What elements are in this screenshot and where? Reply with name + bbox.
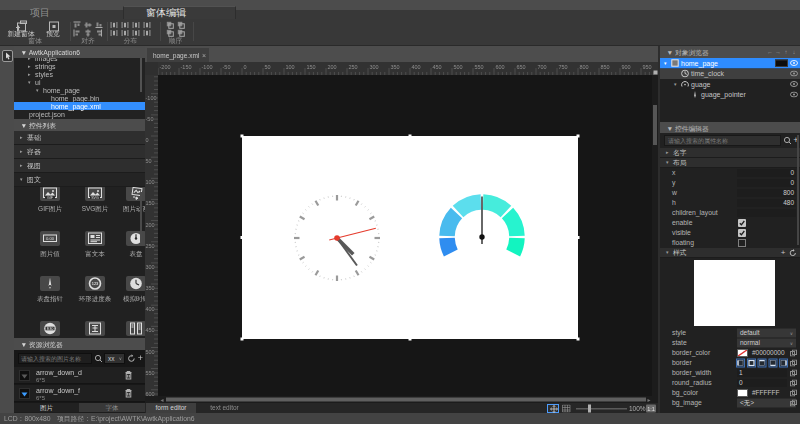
resource-refresh-button[interactable] bbox=[127, 354, 136, 363]
resource-item-arrow_down_f[interactable]: arrow_down_f6*5 bbox=[14, 385, 145, 402]
toolbar-icon-order-front[interactable] bbox=[166, 21, 174, 29]
object-tree-item-time_clock[interactable]: time_clock bbox=[660, 69, 800, 80]
color-swatch[interactable] bbox=[737, 349, 748, 357]
widget-item-image-animation[interactable] bbox=[126, 187, 145, 201]
prop-field[interactable]: 1 bbox=[737, 369, 787, 377]
toolbar-icon-align-bottom[interactable] bbox=[95, 21, 103, 29]
prop-checkbox[interactable] bbox=[738, 229, 746, 237]
selection-handle[interactable] bbox=[577, 236, 580, 239]
prop-group-name[interactable]: ▸名字 bbox=[660, 148, 800, 158]
prop-dropdown[interactable]: <无>∨ bbox=[737, 399, 796, 408]
window-tab-form-edit[interactable]: 窗体编辑 bbox=[123, 6, 236, 19]
project-tree-item-styles[interactable]: ▸styles bbox=[14, 70, 145, 78]
prop-field[interactable]: 0 bbox=[737, 179, 796, 187]
clock-widget[interactable] bbox=[289, 190, 385, 286]
widget-category-0[interactable]: ▸基础 bbox=[14, 131, 145, 145]
canvas-grid-toggle[interactable] bbox=[562, 405, 571, 413]
widget-list-header[interactable]: ▼ 控件列表 bbox=[14, 119, 145, 131]
theme-link-icon[interactable] bbox=[790, 360, 797, 367]
prop-field[interactable]: 0 bbox=[737, 379, 787, 387]
prop-search-input[interactable]: 请输入搜索的属性名称 bbox=[664, 135, 781, 146]
canvas-scroll-top-button[interactable] bbox=[654, 71, 658, 75]
eye-toggle[interactable] bbox=[790, 71, 798, 77]
project-tree-item-project-json[interactable]: project.json bbox=[14, 110, 145, 118]
prop-field[interactable] bbox=[737, 209, 796, 217]
toolbar-icon-dist-vcenter[interactable] bbox=[121, 21, 129, 29]
widget-item-gif-image[interactable]: GIF bbox=[40, 187, 60, 201]
resource-delete-button[interactable] bbox=[124, 370, 133, 380]
eye-toggle[interactable] bbox=[790, 60, 798, 66]
arrow-down-icon[interactable]: ↓ bbox=[790, 46, 798, 58]
widget-item-circle-progress[interactable]: 123 bbox=[85, 276, 105, 291]
project-tree-item-ui[interactable]: ▾ui bbox=[14, 78, 145, 86]
prop-checkbox[interactable] bbox=[738, 219, 746, 227]
widget-item-svg-image[interactable]: SVG bbox=[85, 187, 105, 201]
toolbar-icon-align-vcenter[interactable] bbox=[84, 21, 92, 29]
canvas-doc-tab[interactable]: home_page.xml× bbox=[147, 48, 209, 62]
theme-link-icon[interactable] bbox=[790, 350, 797, 357]
theme-link-icon[interactable] bbox=[790, 380, 797, 387]
canvas-h-scrollbar-thumb[interactable] bbox=[166, 398, 646, 402]
widget-item-image-value[interactable]: 0.00 bbox=[40, 231, 60, 246]
arrow-left-icon[interactable]: ← bbox=[766, 46, 774, 58]
selection-handle[interactable] bbox=[577, 135, 580, 138]
project-tree-scrollbar[interactable] bbox=[140, 58, 142, 92]
theme-link-icon[interactable] bbox=[790, 390, 797, 397]
canvas-v-scrollbar-thumb[interactable] bbox=[653, 105, 657, 145]
selection-handle[interactable] bbox=[241, 236, 244, 239]
widget-item-rich-text[interactable] bbox=[85, 231, 105, 246]
resource-search-input[interactable]: 请输入搜索的图片名称 bbox=[18, 353, 92, 364]
style-add-button[interactable]: + bbox=[779, 248, 787, 257]
toolbar-icon-dist-top[interactable] bbox=[110, 21, 118, 29]
canvas-scroll-left-arrow[interactable]: ◂ bbox=[158, 396, 166, 403]
border-side-button-3[interactable] bbox=[768, 359, 777, 368]
window-tab-project[interactable]: 项目 bbox=[14, 3, 114, 19]
toolbar-icon-align-top[interactable] bbox=[73, 21, 81, 29]
prop-checkbox[interactable] bbox=[738, 239, 746, 247]
toolbar-icon-order-forward[interactable] bbox=[177, 21, 185, 29]
object-tree-item-guage_pointer[interactable]: guage_pointer bbox=[660, 90, 800, 101]
arrow-right-icon[interactable]: → bbox=[774, 46, 782, 58]
resource-tab-fonts[interactable]: 字体 bbox=[79, 403, 145, 412]
prop-group-style[interactable]: ▾样式+ bbox=[660, 248, 800, 258]
project-tree-item-strings[interactable]: ▸strings bbox=[14, 62, 145, 70]
prop-dropdown[interactable]: normal∨ bbox=[737, 339, 796, 348]
toolbar-icon-dist-bottom[interactable] bbox=[132, 21, 140, 29]
widget-grid-scrollbar[interactable] bbox=[140, 192, 142, 242]
project-tree-item-home_page-bin[interactable]: home_page.bin bbox=[14, 94, 145, 102]
widget-item-text-doc[interactable] bbox=[85, 321, 105, 336]
selection-handle[interactable] bbox=[577, 338, 580, 341]
color-swatch[interactable] bbox=[737, 389, 748, 397]
object-tree-item-guage[interactable]: ▾guage bbox=[660, 79, 800, 90]
object-browser-header[interactable]: ▼ 对象浏览器←→↑↓ bbox=[660, 46, 800, 58]
resource-add-button[interactable]: + bbox=[136, 352, 145, 363]
border-side-button-4[interactable] bbox=[779, 359, 788, 368]
border-side-button-1[interactable] bbox=[747, 359, 756, 368]
prop-search-button[interactable] bbox=[783, 136, 792, 145]
selection-handle[interactable] bbox=[409, 338, 412, 341]
resource-filter-dropdown[interactable]: xx∨ bbox=[104, 353, 125, 364]
object-tree-item-home_page[interactable]: ▾home_page bbox=[660, 58, 800, 69]
select-tool-button[interactable] bbox=[2, 50, 13, 62]
theme-link-icon[interactable] bbox=[790, 370, 797, 377]
zoom-slider-track[interactable] bbox=[576, 408, 627, 410]
close-icon[interactable]: × bbox=[202, 48, 206, 62]
prop-field[interactable]: 800 bbox=[737, 189, 796, 197]
resource-delete-button[interactable] bbox=[124, 388, 133, 398]
canvas-move-tool[interactable] bbox=[547, 404, 559, 413]
resource-tab-images[interactable]: 图片 bbox=[14, 403, 79, 412]
arrow-up-icon[interactable]: ↑ bbox=[782, 46, 790, 58]
border-side-button-2[interactable] bbox=[758, 359, 767, 368]
widget-item-analog-clock[interactable] bbox=[126, 276, 145, 291]
prop-group-layout[interactable]: ▾布局 bbox=[660, 158, 800, 168]
project-tree-item-home_page-xml[interactable]: home_page.xml bbox=[14, 102, 145, 110]
canvas-scroll-right-arrow[interactable]: ▸ bbox=[645, 396, 653, 403]
widget-category-1[interactable]: ▸容器 bbox=[14, 145, 145, 159]
gauge-widget[interactable] bbox=[434, 189, 530, 285]
text-editor-tab[interactable]: text editor bbox=[196, 403, 253, 413]
prop-field[interactable]: 0 bbox=[737, 169, 796, 177]
prop-dropdown[interactable]: default∨ bbox=[737, 329, 796, 338]
zoom-ratio-button[interactable]: 1:1 bbox=[646, 405, 656, 413]
project-tree-header[interactable]: ▼ AwtkApplication6 bbox=[14, 46, 145, 58]
prop-field[interactable]: 480 bbox=[737, 199, 796, 207]
